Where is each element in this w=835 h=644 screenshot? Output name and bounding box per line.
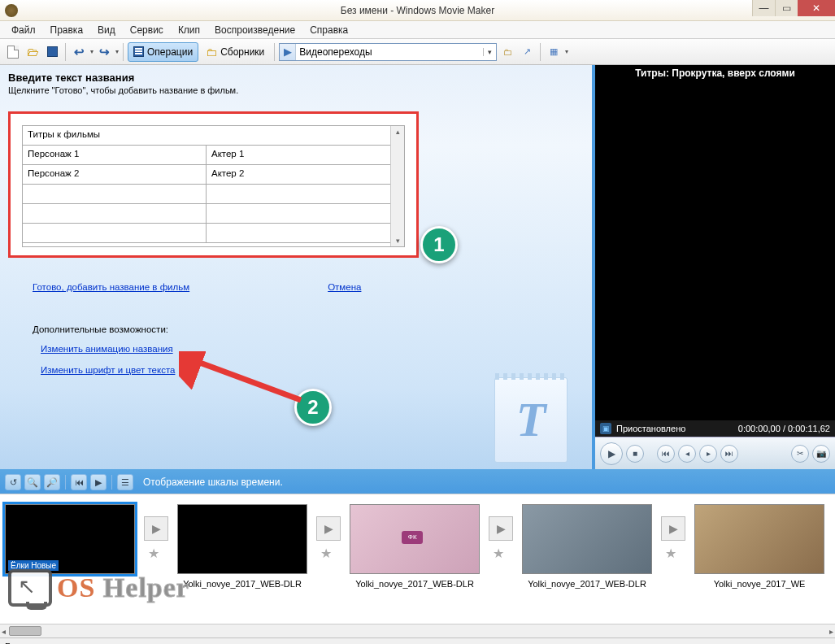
collections-pane-button[interactable]: 🗀 Сборники — [200, 42, 270, 62]
step-back-button[interactable]: ◂ — [678, 445, 696, 463]
step-forward-button[interactable]: ▸ — [699, 445, 717, 463]
preview-title: Титры: Прокрутка, вверх слоями — [595, 65, 835, 81]
menu-help[interactable]: Справка — [303, 23, 354, 37]
status-bar: Готово — [0, 637, 835, 644]
play-icon: ▶ — [144, 516, 168, 541]
credits-table[interactable]: Титры к фильмы Персонаж 1 Актер 1 Персон… — [22, 125, 405, 247]
transition-slot[interactable]: ▶★ — [485, 504, 517, 574]
letter-t-icon: T — [516, 392, 546, 448]
menu-clip[interactable]: Клип — [172, 23, 207, 37]
timeline-toggle-button[interactable]: ☰ — [117, 474, 133, 490]
nav-up-button[interactable]: ↗ — [518, 43, 536, 61]
nav-back-button[interactable]: 🗀 — [498, 43, 516, 61]
save-icon — [47, 46, 58, 57]
change-animation-link[interactable]: Изменить анимацию названия — [41, 344, 584, 354]
credits-cell[interactable] — [23, 224, 207, 242]
clip-thumb[interactable]: Ёлки Новые — [5, 504, 135, 574]
play-button[interactable]: ▶ — [600, 442, 623, 465]
folder-icon: 🗀 — [206, 46, 217, 59]
redo-dropdown[interactable]: ▾ — [115, 48, 119, 55]
transition-slot[interactable]: ▶★ — [312, 504, 345, 574]
storyboard-mode-label[interactable]: Отображение шкалы времени. — [143, 476, 283, 488]
menu-view[interactable]: Вид — [91, 23, 122, 37]
toolbar: 🗁 ↩ ▾ ↪ ▾ Операции 🗀 Сборники ▶ Видеопер… — [0, 39, 835, 65]
star-icon: ★ — [320, 546, 337, 562]
star-icon: ★ — [665, 546, 681, 562]
transition-slot[interactable]: ▶★ — [140, 504, 172, 574]
undo-dropdown[interactable]: ▾ — [90, 48, 94, 55]
tasks-pane-button[interactable]: Операции — [128, 42, 198, 62]
app-icon — [5, 4, 18, 17]
menu-file[interactable]: Файл — [5, 23, 42, 37]
stop-button[interactable]: ■ — [626, 445, 644, 463]
folder-back-icon: 🗀 — [503, 47, 512, 57]
combo-value: Видеопереходы — [296, 46, 483, 58]
done-link[interactable]: Готово, добавить название в фильм — [33, 282, 189, 292]
play-icon: ▶ — [661, 516, 685, 541]
cancel-link[interactable]: Отмена — [328, 282, 361, 292]
open-button[interactable]: 🗁 — [24, 43, 41, 61]
title-preview-thumb: T — [494, 377, 568, 463]
sb-play-button[interactable]: ▶ — [90, 474, 107, 490]
sb-play-start-button[interactable]: ⏮ — [71, 474, 87, 490]
play-icon: ▶ — [489, 516, 513, 541]
star-icon: ★ — [493, 546, 509, 562]
next-clip-button[interactable]: ⏭ — [720, 445, 738, 463]
up-arrow-icon: ↗ — [524, 46, 531, 57]
zoom-in-button[interactable]: 🔍 — [24, 474, 41, 490]
preview-screen[interactable] — [595, 81, 835, 420]
credits-title-cell[interactable]: Титры к фильмы — [23, 126, 390, 145]
rewind-button[interactable]: ↺ — [5, 474, 21, 490]
redo-button[interactable]: ↪ — [95, 43, 113, 61]
credits-cell[interactable] — [207, 224, 390, 242]
clip-name: Yolki_novye_2017_WE — [694, 579, 824, 589]
credits-cell[interactable] — [207, 204, 390, 223]
new-project-button[interactable] — [4, 43, 22, 61]
view-mode-button[interactable]: ▦ — [545, 43, 563, 61]
preview-controls: ▶ ■ ⏮ ◂ ▸ ⏭ ✂ 📷 — [595, 437, 835, 469]
view-dropdown[interactable]: ▾ — [565, 48, 568, 55]
take-photo-button[interactable]: 📷 — [812, 445, 830, 463]
menu-play[interactable]: Воспроизведение — [208, 23, 302, 37]
save-button[interactable] — [43, 43, 61, 61]
list-icon — [133, 46, 144, 57]
play-icon: ▶ — [316, 516, 341, 541]
close-button[interactable]: ✕ — [798, 0, 835, 16]
chevron-down-icon[interactable]: ▾ — [483, 48, 496, 56]
clip-name: Yolki_novye_2017_WEB-DLR — [177, 579, 307, 589]
maximize-button[interactable]: ▭ — [775, 0, 798, 16]
prev-clip-button[interactable]: ⏮ — [657, 445, 675, 463]
clip-thumb[interactable] — [177, 504, 307, 574]
clip-thumb[interactable] — [694, 504, 824, 574]
playback-time: 0:00:00,00 / 0:00:11,62 — [738, 424, 830, 433]
playback-status: Приостановлено — [616, 424, 685, 433]
storyboard[interactable]: Ёлки Новые ▶★ Yolki_novye_2017_WEB-DLR ▶… — [0, 494, 835, 624]
credits-cell[interactable]: Актер 2 — [207, 165, 390, 184]
clip-thumb[interactable] — [522, 504, 652, 574]
credits-cell[interactable]: Актер 1 — [207, 146, 390, 164]
credits-cell[interactable] — [23, 204, 207, 223]
title-bar: Без имени - Windows Movie Maker — ▭ ✕ — [0, 0, 835, 21]
credits-cell[interactable]: Персонаж 1 — [23, 146, 207, 164]
editor-subheading: Щелкните "Готово", чтобы добавить назван… — [8, 85, 584, 95]
menu-edit[interactable]: Правка — [44, 23, 90, 37]
undo-button[interactable]: ↩ — [70, 43, 88, 61]
table-scrollbar[interactable]: ▴▾ — [390, 126, 404, 246]
credits-cell[interactable]: Персонаж 2 — [23, 165, 207, 184]
split-clip-button[interactable]: ✂ — [791, 445, 809, 463]
minimize-button[interactable]: — — [752, 0, 775, 16]
collection-combo[interactable]: ▶ Видеопереходы ▾ — [279, 43, 497, 61]
menu-tools[interactable]: Сервис — [124, 23, 170, 37]
editor-heading: Введите текст названия — [8, 72, 584, 84]
credits-cell[interactable] — [207, 185, 390, 203]
credits-cell[interactable] — [23, 185, 207, 203]
title-editor-panel: Введите текст названия Щелкните "Готово"… — [0, 65, 592, 469]
transition-slot[interactable]: ▶★ — [657, 504, 689, 574]
redo-icon: ↪ — [99, 45, 110, 59]
zoom-out-button[interactable]: 🔎 — [44, 474, 60, 490]
star-icon: ★ — [148, 546, 164, 562]
clip-thumb[interactable]: ФК — [350, 504, 480, 574]
annotation-badge-2: 2 — [294, 389, 332, 426]
status-text: Готово — [5, 642, 34, 645]
storyboard-scrollbar[interactable]: ◂▸ — [0, 624, 835, 637]
